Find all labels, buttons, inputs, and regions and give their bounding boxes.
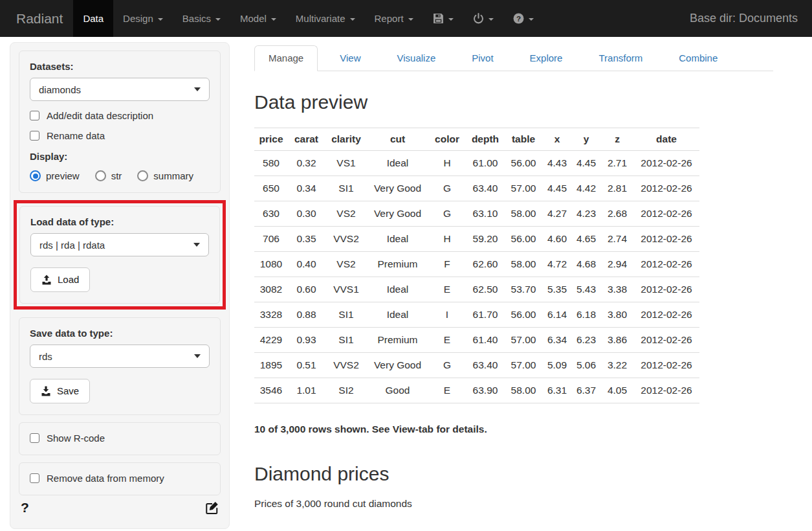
table-cell: 4.65 <box>571 226 601 251</box>
table-cell: 0.35 <box>288 226 325 251</box>
add-edit-description-checkbox-row[interactable]: Add/edit data description <box>30 110 210 121</box>
app-brand[interactable]: Radiant <box>0 0 73 37</box>
table-cell: 0.30 <box>288 201 325 226</box>
display-radio-group: previewstrsummary <box>30 170 210 181</box>
table-cell: 61.70 <box>466 302 504 327</box>
table-cell: 2012-02-26 <box>633 352 699 378</box>
table-cell: 4.45 <box>571 150 601 175</box>
load-button-label: Load <box>58 274 79 285</box>
radio-button[interactable] <box>95 170 106 181</box>
nav-item-multivariate: Multivariate <box>286 0 365 37</box>
table-cell: Ideal <box>368 302 428 327</box>
table-cell: 3.22 <box>601 352 633 378</box>
column-header-cut: cut <box>368 128 428 150</box>
save-button[interactable]: Save <box>30 379 90 403</box>
table-cell: 63.10 <box>466 201 504 226</box>
table-cell: 650 <box>254 175 288 201</box>
table-cell: 1895 <box>254 352 288 378</box>
table-cell: 2012-02-26 <box>633 150 699 175</box>
table-cell: 4.43 <box>543 150 571 175</box>
table-cell: 0.60 <box>288 277 325 302</box>
table-cell: 4.45 <box>543 175 571 201</box>
load-button[interactable]: Load <box>30 267 90 292</box>
show-rcode-checkbox[interactable] <box>30 433 39 443</box>
chevron-down-icon <box>194 87 201 91</box>
chevron-down-icon <box>158 18 163 21</box>
dataset-panel: Datasets: diamonds Add/edit data descrip… <box>19 51 221 193</box>
edit-icon[interactable] <box>206 501 219 514</box>
remove-data-checkbox[interactable] <box>30 473 39 483</box>
table-cell: VVS2 <box>325 352 368 378</box>
chevron-down-icon <box>215 18 221 21</box>
table-cell: 5.09 <box>543 352 571 378</box>
save-type-select[interactable]: rds <box>30 345 210 368</box>
tab-view: View <box>325 45 375 71</box>
sidebar: Datasets: diamonds Add/edit data descrip… <box>10 42 230 529</box>
load-type-select[interactable]: rds | rda | rdata <box>30 233 209 256</box>
table-cell: 0.32 <box>288 150 325 175</box>
nav-item-power <box>463 0 503 37</box>
table-cell: 56.00 <box>504 302 543 327</box>
dataset-select-value: diamonds <box>39 84 81 95</box>
column-header-color: color <box>428 128 466 150</box>
table-cell: 0.51 <box>288 352 325 378</box>
display-radio-preview[interactable]: preview <box>30 170 80 181</box>
data-preview-table: pricecaratclaritycutcolordepthtablexyzda… <box>254 128 699 403</box>
table-row: 18950.51VVS2Very GoodG63.4057.005.095.06… <box>254 352 699 378</box>
column-header-clarity: clarity <box>325 128 368 150</box>
table-cell: E <box>428 378 466 403</box>
column-header-depth: depth <box>466 128 504 150</box>
table-cell: 0.34 <box>288 175 325 201</box>
table-cell: Very Good <box>368 175 428 201</box>
table-cell: 59.20 <box>466 226 504 251</box>
table-cell: 4.23 <box>571 201 601 226</box>
show-rcode-label: Show R-code <box>47 433 105 444</box>
load-type-label: Load data of type: <box>30 216 209 227</box>
add-edit-description-checkbox[interactable] <box>30 111 39 120</box>
table-cell: 58.00 <box>504 201 543 226</box>
dataset-select[interactable]: diamonds <box>30 78 210 101</box>
table-cell: 2.68 <box>601 201 633 226</box>
table-cell: 4.68 <box>571 251 601 277</box>
load-type-select-value: rds | rda | rdata <box>39 240 105 251</box>
radio-button[interactable] <box>137 170 148 181</box>
table-cell: 58.00 <box>504 251 543 277</box>
remove-data-label: Remove data from memory <box>47 473 164 484</box>
save-button-label: Save <box>57 385 79 396</box>
radio-button[interactable] <box>30 170 41 181</box>
table-cell: 1.01 <box>288 378 325 403</box>
table-cell: 58.00 <box>504 378 543 403</box>
help-question-icon[interactable]: ? <box>21 500 29 515</box>
table-cell: 2.71 <box>601 150 633 175</box>
table-cell: SI1 <box>325 327 368 352</box>
top-navbar: Radiant DataDesignBasicsModelMultivariat… <box>0 0 812 37</box>
table-cell: 3082 <box>254 277 288 302</box>
rename-data-checkbox-row[interactable]: Rename data <box>30 130 210 141</box>
table-cell: 2012-02-26 <box>633 175 699 201</box>
table-cell: VVS1 <box>325 277 368 302</box>
save-type-label: Save data to type: <box>30 328 210 339</box>
display-radio-summary[interactable]: summary <box>137 170 193 181</box>
table-cell: 4.72 <box>543 251 571 277</box>
chevron-down-icon <box>408 18 413 21</box>
display-label: Display: <box>30 151 210 162</box>
tab-transform: Transform <box>584 45 657 71</box>
display-radio-str[interactable]: str <box>95 170 122 181</box>
rename-data-checkbox[interactable] <box>30 131 39 141</box>
table-cell: E <box>428 277 466 302</box>
nav-item-help: ? <box>503 0 543 37</box>
table-cell: Ideal <box>368 150 428 175</box>
table-cell: SI2 <box>325 378 368 403</box>
table-cell: I <box>428 302 466 327</box>
navbar-icon-menu: ? <box>423 0 543 37</box>
nav-item-model: Model <box>230 0 286 37</box>
table-cell: 3.80 <box>601 302 633 327</box>
table-cell: 630 <box>254 201 288 226</box>
table-cell: 2012-02-26 <box>633 226 699 251</box>
sidebar-footer: ? <box>19 500 221 515</box>
show-rcode-checkbox-row[interactable]: Show R-code <box>30 433 210 444</box>
table-cell: 0.88 <box>288 302 325 327</box>
rename-data-label: Rename data <box>47 130 105 141</box>
remove-data-checkbox-row[interactable]: Remove data from memory <box>30 473 210 484</box>
dataset-subtitle: Prices of 3,000 round cut diamonds <box>254 498 773 510</box>
